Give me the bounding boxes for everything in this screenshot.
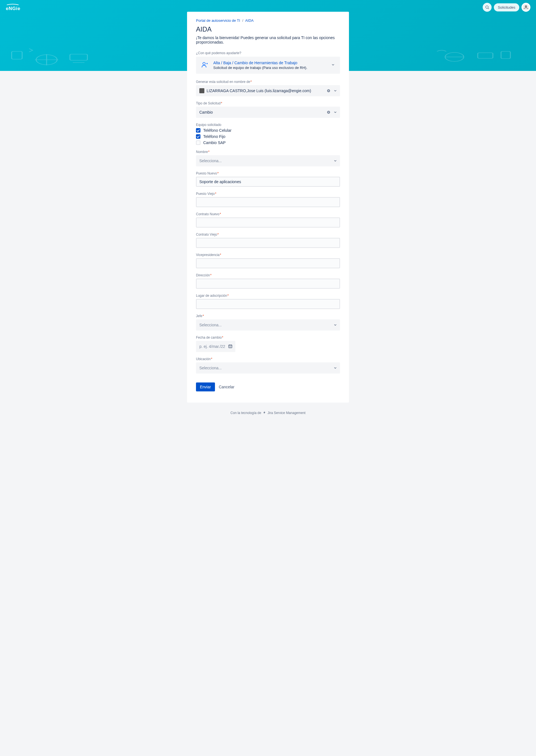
submit-button[interactable]: Enviar bbox=[196, 382, 215, 391]
svg-point-29 bbox=[230, 346, 230, 346]
contrato-nuevo-label: Contrato Nuevo* bbox=[196, 212, 340, 216]
contrato-nuevo-input[interactable] bbox=[196, 217, 340, 227]
checkbox-label: Cambio SAP bbox=[203, 141, 225, 145]
chevron-down-icon bbox=[332, 323, 337, 327]
direccion-input[interactable] bbox=[196, 279, 340, 289]
vicepresidencia-input[interactable] bbox=[196, 258, 340, 268]
svg-text:eNGie: eNGie bbox=[6, 6, 20, 11]
ubicacion-select[interactable]: Selecciona... bbox=[196, 362, 340, 374]
calendar-icon bbox=[228, 344, 233, 349]
chevron-down-icon bbox=[332, 366, 337, 370]
person-icon bbox=[201, 61, 208, 69]
breadcrumb-current-link[interactable]: AIDA bbox=[245, 18, 253, 23]
checkbox-label: Teléfono Fijo bbox=[203, 134, 225, 139]
contrato-viejo-input[interactable] bbox=[196, 238, 340, 248]
puesto-viejo-label: Puesto Viejo* bbox=[196, 192, 340, 196]
breadcrumb-separator: / bbox=[242, 18, 244, 23]
fecha-placeholder: p. ej. 4/mar./22 bbox=[199, 344, 225, 349]
lugar-input[interactable] bbox=[196, 299, 340, 309]
nombre-label: Nombre* bbox=[196, 150, 340, 154]
svg-rect-10 bbox=[12, 51, 22, 59]
form-card: Portal de autoservicio de TI / AIDA AIDA… bbox=[187, 12, 349, 403]
fecha-label: Fecha de cambio* bbox=[196, 336, 340, 340]
tipo-solicitud-label: Tipo de Solicitud* bbox=[196, 101, 340, 105]
ubicacion-placeholder: Selecciona... bbox=[199, 366, 222, 370]
jefe-select[interactable]: Selecciona... bbox=[196, 319, 340, 331]
page-title: AIDA bbox=[196, 25, 340, 33]
on-behalf-value: LIZARRAGA CASTRO,Jose Luis (luis.lizarra… bbox=[207, 88, 311, 93]
request-type-desc: Solicitud de equipo de trabajo (Para uso… bbox=[213, 66, 326, 70]
direccion-label: Dirección* bbox=[196, 273, 340, 277]
help-prompt-label: ¿Con qué podemos ayudarte? bbox=[196, 51, 340, 55]
puesto-nuevo-label: Puesto Nuevo* bbox=[196, 171, 340, 175]
requests-button[interactable]: Solicitudes bbox=[494, 3, 519, 12]
user-avatar-tiny bbox=[199, 88, 204, 93]
svg-point-15 bbox=[203, 62, 206, 65]
on-behalf-select[interactable]: LIZARRAGA CASTRO,Jose Luis (luis.lizarra… bbox=[196, 85, 340, 96]
svg-point-1 bbox=[486, 6, 488, 8]
nombre-select[interactable]: Selecciona... bbox=[196, 155, 340, 166]
jefe-label: Jefe* bbox=[196, 314, 340, 318]
welcome-text: ¡Te damos la bienvenida! Puedes generar … bbox=[196, 35, 340, 45]
on-behalf-label: Generar esta solicitud en nombre de* bbox=[196, 80, 340, 84]
chevron-down-icon bbox=[332, 89, 337, 93]
checkbox-telefono-celular[interactable] bbox=[196, 128, 200, 133]
breadcrumb: Portal de autoservicio de TI / AIDA bbox=[196, 18, 340, 23]
footer: Con la tecnología de Jira Service Manage… bbox=[0, 403, 536, 421]
search-button[interactable] bbox=[483, 3, 492, 12]
ubicacion-label: Ubicación* bbox=[196, 357, 340, 361]
checkbox-cambio-sap[interactable] bbox=[196, 141, 200, 145]
nombre-placeholder: Selecciona... bbox=[199, 159, 222, 163]
chevron-down-icon bbox=[331, 63, 335, 68]
svg-point-28 bbox=[229, 346, 229, 346]
profile-avatar[interactable] bbox=[521, 3, 530, 12]
request-type-selector[interactable]: Alta / Baja / Cambio de Herramientas de … bbox=[196, 57, 340, 74]
svg-point-4 bbox=[525, 5, 527, 8]
checkbox-telefono-fijo[interactable] bbox=[196, 134, 200, 139]
puesto-nuevo-input[interactable] bbox=[196, 177, 340, 187]
svg-rect-8 bbox=[70, 54, 87, 60]
equipo-label: Equipo solicitado bbox=[196, 123, 340, 127]
jefe-placeholder: Selecciona... bbox=[199, 323, 222, 327]
lugar-label: Lugar de adscripción* bbox=[196, 294, 340, 298]
jira-bolt-icon bbox=[263, 411, 266, 415]
chevron-down-icon bbox=[332, 110, 337, 114]
avatar-icon bbox=[522, 4, 529, 11]
contrato-viejo-label: Contrato Viejo* bbox=[196, 233, 340, 237]
tipo-solicitud-select[interactable]: Cambio bbox=[196, 107, 340, 118]
svg-rect-13 bbox=[478, 53, 493, 58]
cancel-button[interactable]: Cancelar bbox=[219, 385, 234, 389]
clear-icon[interactable] bbox=[327, 110, 330, 114]
search-icon bbox=[485, 5, 489, 10]
vicepresidencia-label: Vicepresidencia* bbox=[196, 253, 340, 257]
clear-icon[interactable] bbox=[327, 89, 330, 93]
svg-line-2 bbox=[488, 8, 489, 9]
breadcrumb-root-link[interactable]: Portal de autoservicio de TI bbox=[196, 18, 240, 23]
request-type-title: Alta / Baja / Cambio de Herramientas de … bbox=[213, 61, 326, 65]
tipo-solicitud-value: Cambio bbox=[199, 110, 213, 115]
chevron-down-icon bbox=[332, 159, 337, 163]
puesto-viejo-input[interactable] bbox=[196, 197, 340, 207]
svg-rect-14 bbox=[501, 51, 510, 59]
engie-logo[interactable]: eNGie bbox=[6, 3, 34, 11]
fecha-input[interactable]: p. ej. 4/mar./22 bbox=[196, 341, 235, 352]
checkbox-label: Teléfono Celular bbox=[203, 128, 231, 133]
